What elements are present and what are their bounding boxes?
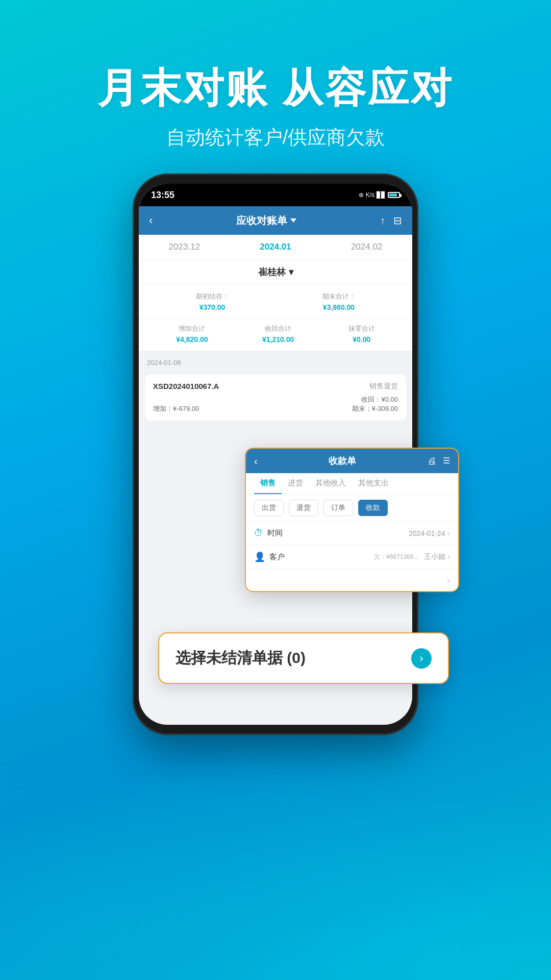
bluetooth-icon: ⊕	[359, 191, 364, 199]
transaction-id: XSD2024010067.A	[153, 382, 219, 391]
customer-label: 👤 客户	[254, 551, 285, 562]
subtab-return[interactable]: 退货	[289, 500, 318, 516]
customer-contact-text: 王小姐	[424, 552, 445, 561]
back-button[interactable]: ‹	[149, 214, 153, 227]
more-chevron-icon[interactable]: ›	[446, 574, 450, 586]
background-wave	[0, 725, 551, 980]
arrow-icon: ›	[419, 652, 423, 665]
wifi-icon: K/s	[366, 191, 374, 199]
opening-balance-label: 期初结存：	[196, 292, 229, 301]
share-icon[interactable]: ↑	[380, 215, 385, 227]
payment-back-button[interactable]: ‹	[254, 455, 258, 467]
battery-icon	[388, 192, 400, 198]
recover-total-value: ¥1,210.00	[262, 335, 294, 344]
recover-total-label: 收回合计	[262, 324, 294, 333]
zero-out-total-value: ¥0.00	[348, 335, 375, 344]
date-tab-1[interactable]: 2024.01	[260, 242, 291, 252]
app-title-text: 应收对账单	[236, 214, 287, 228]
customer-name-text: 崔桂林	[258, 266, 286, 278]
header-section: 月末对账 从容应对 自动统计客户/供应商欠款	[0, 61, 551, 151]
tab-purchase[interactable]: 进货	[282, 473, 309, 494]
time-chevron-icon: ›	[447, 529, 450, 538]
customer-name[interactable]: 崔桂林 ▾	[258, 266, 293, 278]
time-value: 2024-01-24 ›	[409, 529, 450, 538]
select-docs-card[interactable]: 选择未结清单据 (0) ›	[158, 632, 449, 684]
customer-dropdown-icon: ▾	[289, 266, 293, 278]
subtab-order[interactable]: 订单	[323, 500, 353, 516]
payment-header-icons: 🖨 ☰	[428, 456, 450, 467]
status-icons: ⊕ K/s ▊▊	[359, 191, 400, 199]
time-label-text: 时间	[267, 528, 283, 538]
status-bar: 13:55 ⊕ K/s ▊▊	[139, 184, 412, 206]
transaction-period-end: 期末：¥-309.00	[352, 404, 398, 413]
app-header: ‹ 应收对账单 ↑ ⊟	[139, 206, 412, 235]
closing-total-label: 期末合计：	[322, 292, 356, 301]
filter-icon[interactable]: ⊟	[393, 214, 402, 227]
payment-tabs: 销售 进货 其他收入 其他支出	[246, 473, 458, 495]
transaction-card[interactable]: XSD2024010067.A 销售退货 增加：¥-679.00 收回：¥0.0…	[145, 375, 406, 421]
zero-out-total: 抹零合计 ¥0.00	[348, 324, 375, 344]
payment-header: ‹ 收款单 🖨 ☰	[246, 449, 458, 473]
status-time: 13:55	[151, 190, 174, 201]
date-tab-2[interactable]: 2024.02	[351, 242, 382, 252]
transaction-header: XSD2024010067.A 销售退货	[153, 382, 398, 391]
transaction-amounts: 收回：¥0.00 期末：¥-309.00	[352, 395, 398, 413]
customer-field-value: 欠：¥6671366... 王小姐 ›	[374, 552, 450, 561]
summary-row: 期初结存： ¥370.00 期末合计： ¥3,980.00	[139, 285, 412, 319]
clock-icon: ⏱	[254, 528, 263, 538]
opening-balance-value: ¥370.00	[196, 303, 229, 311]
main-title: 月末对账 从容应对	[0, 61, 551, 116]
date-separator: 2024-01-08	[139, 355, 412, 371]
time-field[interactable]: ⏱ 时间 2024-01-24 ›	[246, 522, 458, 545]
more-row: ›	[246, 569, 458, 591]
customer-field-label-text: 客户	[269, 552, 285, 562]
customer-chevron-icon: ›	[447, 552, 450, 561]
transaction-recover: 收回：¥0.00	[352, 395, 398, 404]
phone-mockup: 13:55 ⊕ K/s ▊▊ ‹ 应收对账单 ↑	[133, 174, 418, 735]
time-date-text: 2024-01-24	[409, 529, 445, 537]
date-separator-text: 2024-01-08	[147, 359, 181, 366]
payment-overlay: ‹ 收款单 🖨 ☰ 销售 进货 其他收入 其他支出 出货 退货 订单 收款 ⏱ …	[245, 448, 459, 592]
recover-total: 收回合计 ¥1,210.00	[262, 324, 294, 344]
customer-field[interactable]: 👤 客户 欠：¥6671366... 王小姐 ›	[246, 545, 458, 569]
tab-other-expense[interactable]: 其他支出	[352, 473, 395, 494]
user-icon: 👤	[254, 551, 265, 562]
select-docs-arrow-icon: ›	[411, 648, 432, 669]
transaction-details: 增加：¥-679.00 收回：¥0.00 期末：¥-309.00	[153, 395, 398, 413]
payment-title: 收款单	[329, 455, 356, 467]
list-icon[interactable]: ☰	[443, 456, 450, 467]
closing-total-value: ¥3,980.00	[322, 303, 356, 311]
closing-total: 期末合计： ¥3,980.00	[322, 292, 356, 311]
opening-balance: 期初结存： ¥370.00	[196, 292, 229, 311]
payment-subtabs: 出货 退货 订单 收款	[246, 495, 458, 522]
select-docs-label: 选择未结清单据 (0)	[176, 648, 306, 669]
increase-total-value: ¥4,820.00	[176, 335, 208, 344]
tab-sales[interactable]: 销售	[254, 473, 282, 494]
stats-row: 增加合计 ¥4,820.00 收回合计 ¥1,210.00 抹零合计 ¥0.00	[139, 319, 412, 355]
print-icon[interactable]: 🖨	[428, 456, 437, 467]
increase-total: 增加合计 ¥4,820.00	[176, 324, 208, 344]
subtab-collect[interactable]: 收款	[358, 500, 388, 516]
app-title: 应收对账单	[236, 214, 296, 228]
time-label: ⏱ 时间	[254, 528, 283, 538]
customer-debt-text: 欠：¥6671366...	[374, 553, 418, 561]
transaction-increase: 增加：¥-679.00	[153, 404, 199, 413]
tab-other-income[interactable]: 其他收入	[309, 473, 352, 494]
transaction-type: 销售退货	[369, 382, 398, 391]
title-dropdown-icon[interactable]	[290, 218, 296, 223]
sub-title: 自动统计客户/供应商欠款	[0, 125, 551, 151]
header-actions: ↑ ⊟	[380, 214, 402, 227]
signal-icon: ▊▊	[377, 191, 386, 199]
zero-out-total-label: 抹零合计	[348, 324, 375, 333]
date-tab-0[interactable]: 2023.12	[169, 242, 200, 252]
date-tabs: 2023.12 2024.01 2024.02	[139, 235, 412, 260]
customer-header: 崔桂林 ▾	[139, 260, 412, 285]
increase-total-label: 增加合计	[176, 324, 208, 333]
subtab-delivery[interactable]: 出货	[254, 500, 284, 516]
